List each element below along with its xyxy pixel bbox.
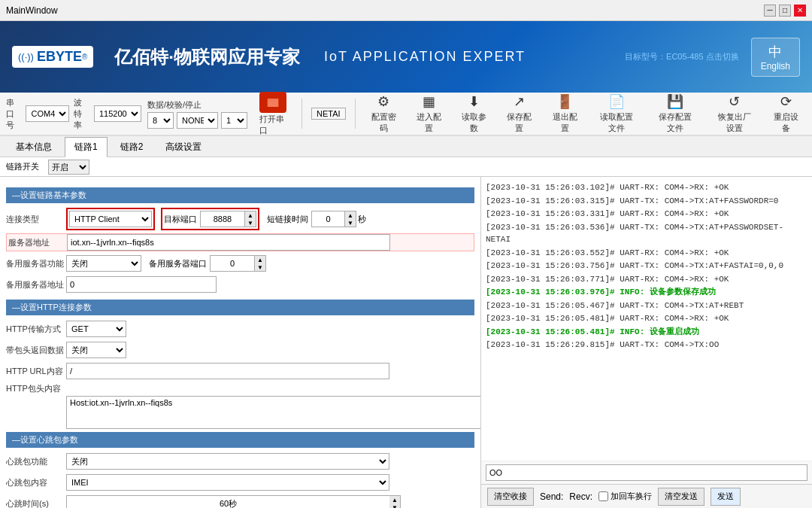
backup-port-arrows: ▲ ▼	[255, 255, 266, 272]
save-config-file-icon: 💾	[667, 93, 683, 110]
url-input[interactable]	[66, 363, 389, 379]
save-config-button[interactable]: ↗ 保存配置	[500, 90, 539, 137]
heartbeat-time-down[interactable]: ▼	[389, 503, 400, 508]
read-config-file-button[interactable]: 📄 读取配置文件	[590, 90, 643, 137]
backup-addr-row: 备用服务器地址	[6, 275, 474, 294]
header: ((·)) EBYTE ® 亿佰特·物联网应用专家 IoT APPLICATIO…	[0, 21, 812, 93]
send-text-input[interactable]	[486, 464, 807, 481]
enter-config-button[interactable]: ▦ 进入配置	[410, 90, 449, 137]
switch-select[interactable]: 开启 关闭	[48, 160, 89, 175]
short-conn-label: 短链接时间	[267, 214, 308, 225]
log-entry: [2023-10-31 15:26:03.771]# UART-RX: COM4…	[486, 273, 807, 286]
save-config-label: 保存配置	[506, 111, 533, 134]
lang-label: English	[761, 61, 790, 71]
stop-select[interactable]: 1	[221, 112, 247, 129]
log-entry: [2023-10-31 15:26:03.315]# UART-TX: COM4…	[486, 195, 807, 208]
target-model-text[interactable]: 目标型号：EC05-485 点击切换	[625, 52, 739, 61]
logo-registered: ®	[82, 53, 87, 61]
switch-label: 链路开关	[6, 161, 39, 172]
baud-select[interactable]: 115200	[94, 105, 141, 122]
backup-port-down[interactable]: ▼	[255, 263, 265, 271]
open-port-button[interactable]: ▓▓ 打开串口	[253, 89, 292, 139]
restart-device-button[interactable]: ⟳ 重启设备	[767, 90, 806, 137]
divider-1	[301, 99, 302, 129]
datacheck-label: 数据/校验/停止	[147, 99, 247, 111]
conn-type-select[interactable]: HTTP Client	[69, 211, 152, 227]
short-conn-arrows: ▲ ▼	[345, 211, 356, 227]
config-pwd-label: 配置密码	[370, 111, 397, 134]
minimize-button[interactable]: ─	[764, 5, 776, 17]
config-pwd-button[interactable]: ⚙ 配置密码	[364, 90, 403, 137]
send-button[interactable]: 发送	[710, 488, 741, 506]
tab-advanced[interactable]: 高级设置	[156, 137, 211, 157]
target-port-input[interactable]	[200, 211, 245, 227]
port-select[interactable]: COM4	[26, 105, 69, 122]
log-entry: [2023-10-31 15:26:05.481]# INFO: 设备重启成功	[486, 326, 807, 339]
target-port-up[interactable]: ▲	[245, 211, 256, 219]
title-bar-controls: ─ □ ✕	[764, 5, 806, 17]
data-select[interactable]: 8	[147, 112, 174, 129]
maximize-button[interactable]: □	[779, 5, 791, 17]
exit-config-button[interactable]: 🚪 退出配置	[545, 90, 584, 137]
parity-select[interactable]: NONE	[177, 112, 218, 129]
heartbeat-time-input[interactable]	[66, 495, 389, 508]
restore-defaults-label: 恢复出厂设置	[714, 111, 755, 134]
add-newline-label[interactable]: 加回车换行	[598, 491, 652, 502]
backup-port-up[interactable]: ▲	[255, 256, 265, 263]
http-method-select[interactable]: GET POST	[66, 321, 126, 337]
backup-addr-input[interactable]	[66, 276, 217, 293]
url-label: HTTP URL内容	[6, 366, 66, 377]
target-port-down[interactable]: ▼	[245, 219, 256, 227]
section-link-basic: —设置链路基本参数	[6, 187, 474, 203]
short-conn-spinner: ▲ ▼	[311, 211, 356, 227]
section-heartbeat: —设置心跳包参数	[6, 432, 474, 448]
heartbeat-content-label: 心跳包内容	[6, 477, 66, 488]
save-config-file-button[interactable]: 💾 保存配置文件	[649, 90, 701, 137]
main-area: —设置链路基本参数 连接类型 HTTP Client 目标端口 ▲ ▼	[0, 177, 812, 508]
clear-recv-button[interactable]: 清空收接	[487, 488, 534, 506]
heartbeat-func-row: 心跳包功能 关闭 开启	[6, 452, 474, 470]
close-button[interactable]: ✕	[794, 5, 806, 17]
http-method-label: HTTP传输方式	[6, 324, 66, 335]
enter-config-icon: ▦	[423, 93, 435, 110]
short-conn-input[interactable]	[311, 211, 345, 227]
backup-server-select[interactable]: 关闭 开启	[66, 255, 141, 272]
target-port-arrows: ▲ ▼	[245, 211, 256, 227]
short-conn-up[interactable]: ▲	[345, 211, 356, 219]
nav-tabs: 基本信息 链路1 链路2 高级设置	[0, 136, 812, 157]
exit-config-label: 退出配置	[551, 111, 578, 134]
header-return-select[interactable]: 关闭 开启	[66, 342, 126, 358]
short-conn-down[interactable]: ▼	[345, 219, 356, 227]
http-header-textarea[interactable]: Host:iot.xn--1jvrln.xn--fiqs8s	[66, 396, 481, 429]
restore-defaults-button[interactable]: ↺ 恢复出厂设置	[708, 90, 761, 137]
brand-name: 亿佰特·物联网应用专家	[114, 45, 300, 69]
backup-port-input[interactable]	[210, 255, 255, 272]
logo-area: ((·)) EBYTE ® 亿佰特·物联网应用专家 IoT APPLICATIO…	[12, 45, 526, 69]
backup-port-spinner: ▲ ▼	[210, 255, 266, 272]
header-right: 目标型号：EC05-485 点击切换 中 English	[625, 38, 800, 77]
heartbeat-content-select[interactable]: IMEI	[66, 474, 389, 491]
backup-addr-label: 备用服务器地址	[6, 279, 66, 291]
backup-port-label: 备用服务器端口	[149, 258, 207, 269]
log-area: [2023-10-31 15:26:03.102]# UART-RX: COM4…	[481, 177, 812, 461]
http-header-label: HTTP包头内容	[6, 383, 66, 394]
tab-link2[interactable]: 链路2	[111, 137, 153, 157]
log-entry: [2023-10-31 15:26:03.756]# UART-TX: COM4…	[486, 260, 807, 272]
port-group: 串口号 COM4 波特率 115200	[6, 97, 141, 131]
heartbeat-time-up[interactable]: ▲	[389, 496, 400, 503]
server-addr-input[interactable]: iot.xn--1jvrln.xn--fiqs8s	[67, 234, 390, 251]
tab-basic-info[interactable]: 基本信息	[6, 137, 62, 157]
clear-send-button[interactable]: 清空发送	[658, 488, 704, 506]
header-return-row: 带包头返回数据 关闭 开启	[6, 341, 474, 359]
add-newline-checkbox[interactable]	[598, 491, 608, 501]
heartbeat-func-select[interactable]: 关闭 开启	[66, 453, 389, 470]
short-conn-unit: 秒	[358, 214, 366, 225]
log-entry: [2023-10-31 15:26:05.481]# UART-RX: COM4…	[486, 312, 807, 325]
tab-link1[interactable]: 链路1	[65, 137, 108, 157]
read-config-file-icon: 📄	[608, 93, 625, 110]
read-params-button[interactable]: ⬇ 读取参数	[455, 90, 494, 137]
backup-server-label: 备用服务器功能	[6, 258, 66, 269]
read-config-file-label: 读取配置文件	[596, 111, 637, 134]
server-addr-row: 服务器地址 iot.xn--1jvrln.xn--fiqs8s	[6, 233, 474, 251]
lang-button[interactable]: 中 English	[751, 38, 800, 77]
